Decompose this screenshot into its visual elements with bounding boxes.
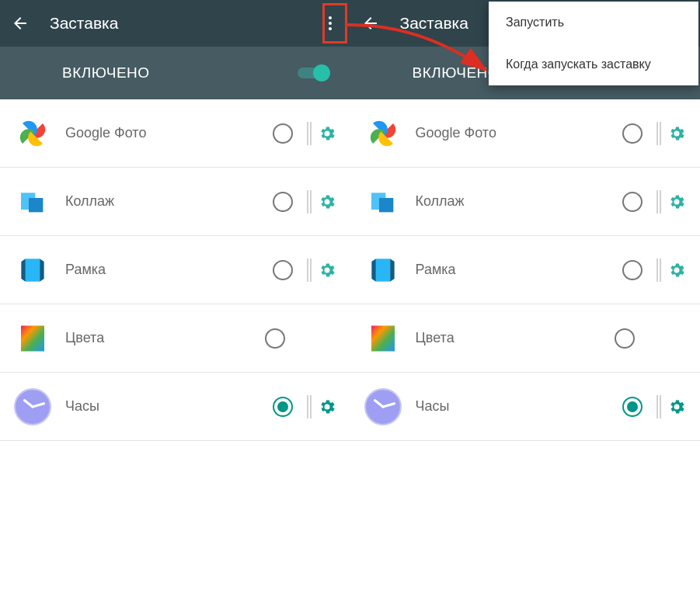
settings-gear-clock[interactable]	[667, 397, 686, 416]
overflow-menu-button[interactable]	[321, 16, 340, 30]
master-switch-row: ВКЛЮЧЕНО	[0, 47, 350, 99]
list-item-collage[interactable]: Коллаж	[0, 168, 350, 236]
svg-rect-3	[21, 325, 44, 351]
settings-gear-google-photos[interactable]	[667, 124, 686, 143]
svg-rect-7	[375, 259, 389, 281]
frame-icon	[11, 248, 54, 292]
list-item-label: Цвета	[65, 330, 265, 346]
back-button[interactable]	[11, 14, 30, 33]
settings-gear-frame[interactable]	[318, 261, 336, 279]
back-button[interactable]	[361, 14, 380, 33]
radio-clock[interactable]	[622, 397, 643, 417]
settings-gear-collage[interactable]	[667, 193, 686, 211]
daydream-list: Google ФотоКоллажРамкаЦветаЧасы	[0, 99, 350, 597]
radio-collage[interactable]	[622, 192, 643, 212]
list-item-label: Коллаж	[416, 193, 623, 210]
list-item-frame[interactable]: Рамка	[0, 236, 350, 304]
radio-google-photos[interactable]	[273, 123, 293, 144]
list-item-frame[interactable]: Рамка	[350, 236, 701, 304]
list-item-google-photos[interactable]: Google Фото	[0, 99, 350, 168]
list-item-label: Google Фото	[416, 125, 623, 141]
radio-google-photos[interactable]	[622, 123, 643, 144]
overflow-popup: Запустить Когда запускать заставку	[489, 2, 698, 85]
daydream-list-right: Google ФотоКоллажРамкаЦветаЧасы	[350, 99, 701, 597]
master-switch-label: ВКЛЮЧЕНО	[62, 64, 298, 82]
clock-icon	[361, 385, 405, 429]
screen-right: Заставка ВКЛЮЧЕНО Google ФотоКоллажРамка…	[350, 0, 701, 597]
list-item-colors[interactable]: Цвета	[350, 304, 701, 373]
frame-icon	[361, 248, 405, 292]
list-item-clock[interactable]: Часы	[0, 373, 350, 441]
appbar: Заставка	[0, 0, 350, 47]
popup-item-start[interactable]: Запустить	[489, 2, 698, 43]
list-item-label: Рамка	[416, 262, 623, 278]
list-item-colors[interactable]: Цвета	[0, 304, 350, 373]
radio-colors[interactable]	[265, 328, 285, 349]
radio-colors[interactable]	[615, 328, 635, 349]
master-switch[interactable]	[298, 63, 330, 83]
arrow-back-icon	[11, 14, 30, 33]
svg-rect-1	[29, 198, 43, 212]
svg-rect-2	[26, 259, 40, 281]
svg-rect-6	[379, 198, 393, 212]
radio-frame[interactable]	[273, 260, 293, 280]
settings-gear-google-photos[interactable]	[318, 124, 336, 143]
list-item-label: Google Фото	[65, 125, 273, 141]
collage-icon	[361, 180, 405, 224]
list-item-label: Цвета	[416, 330, 615, 346]
screen-left: Заставка ВКЛЮЧЕНО Google ФотоКоллажРамка…	[0, 0, 350, 597]
radio-collage[interactable]	[273, 192, 293, 212]
list-item-clock[interactable]: Часы	[350, 373, 701, 441]
arrow-back-icon	[361, 14, 380, 33]
google-photos-icon	[361, 112, 405, 155]
list-item-label: Коллаж	[65, 193, 273, 210]
list-item-label: Часы	[65, 398, 273, 415]
settings-gear-collage[interactable]	[318, 193, 336, 211]
appbar-title: Заставка	[50, 14, 321, 33]
radio-clock[interactable]	[273, 397, 293, 417]
clock-icon	[11, 385, 54, 429]
colors-icon	[11, 317, 54, 360]
collage-icon	[11, 180, 54, 224]
list-item-collage[interactable]: Коллаж	[350, 168, 701, 236]
list-item-google-photos[interactable]: Google Фото	[350, 99, 701, 168]
list-item-label: Часы	[416, 398, 623, 415]
svg-rect-8	[371, 325, 395, 351]
settings-gear-frame[interactable]	[667, 261, 686, 279]
list-item-label: Рамка	[65, 262, 273, 278]
google-photos-icon	[11, 112, 54, 155]
colors-icon	[361, 317, 405, 360]
radio-frame[interactable]	[622, 260, 643, 280]
popup-item-when[interactable]: Когда запускать заставку	[489, 43, 698, 85]
settings-gear-clock[interactable]	[318, 397, 336, 416]
